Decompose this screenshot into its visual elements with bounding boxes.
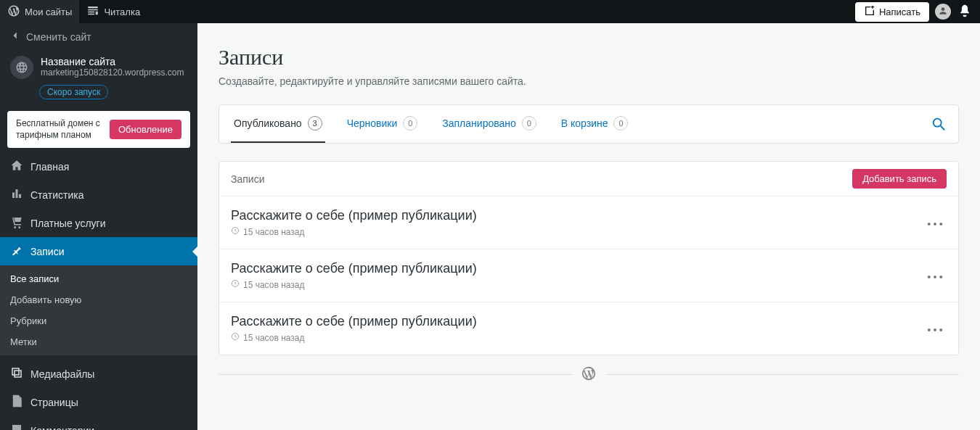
post-more-button[interactable] <box>923 264 947 287</box>
nav-home[interactable]: Главная <box>0 152 197 181</box>
tabs-bar: Опубликовано 3 Черновики 0 Запланировано… <box>219 104 959 144</box>
tab-published-label: Опубликовано <box>234 117 302 129</box>
post-title: Расскажите о себе (пример публикации) <box>231 261 923 276</box>
post-meta: 15 часов назад <box>231 226 923 237</box>
sub-categories[interactable]: Рубрики <box>0 310 197 331</box>
write-button-label: Написать <box>879 7 920 17</box>
site-url: marketing150828120.wordpress.com <box>41 67 187 78</box>
site-info-block[interactable]: Название сайта marketing150828120.wordpr… <box>0 50 197 82</box>
topbar-reader-label: Читалка <box>104 7 140 17</box>
sub-add-new[interactable]: Добавить новую <box>0 289 197 310</box>
stats-icon <box>10 187 23 202</box>
posts-submenu: Все записи Добавить новую Рубрики Метки <box>0 265 197 355</box>
post-time: 15 часов назад <box>243 280 304 290</box>
page-subtitle: Создавайте, редактируйте и управляйте за… <box>219 75 959 87</box>
post-time: 15 часов назад <box>243 227 304 237</box>
site-name: Название сайта <box>41 56 187 67</box>
nav-comments[interactable]: Комментарии <box>0 416 197 430</box>
media-icon <box>10 366 23 381</box>
nav-paid[interactable]: Платные услуги <box>0 209 197 237</box>
post-title: Расскажите о себе (пример публикации) <box>231 314 923 329</box>
tab-trashed-count: 0 <box>613 116 628 131</box>
cart-icon <box>10 215 23 231</box>
topbar-my-sites-label: Мои сайты <box>25 7 72 17</box>
page-title: Записи <box>219 45 959 70</box>
upgrade-button[interactable]: Обновление <box>110 120 181 139</box>
nav-pages[interactable]: Страницы <box>0 388 197 416</box>
posts-list-card: Записи Добавить запись Расскажите о себе… <box>219 161 959 355</box>
clock-icon <box>231 332 240 343</box>
upsell-card: Бесплатный домен с тарифным планом Обнов… <box>7 111 190 148</box>
tab-drafts-count: 0 <box>403 116 417 131</box>
upsell-text: Бесплатный домен с тарифным планом <box>16 118 102 141</box>
post-meta: 15 часов назад <box>231 332 923 343</box>
tab-published[interactable]: Опубликовано 3 <box>231 105 325 143</box>
search-icon <box>931 122 947 134</box>
post-meta: 15 часов назад <box>231 279 923 290</box>
search-button[interactable] <box>931 116 947 132</box>
nav-posts-label: Записи <box>30 246 64 257</box>
avatar[interactable] <box>935 4 951 20</box>
user-icon <box>938 6 948 18</box>
wordpress-icon <box>7 4 20 20</box>
clock-icon <box>231 279 240 290</box>
post-time: 15 часов назад <box>243 333 304 343</box>
home-icon <box>10 159 23 174</box>
pages-icon <box>10 394 23 410</box>
nav-media-label: Медиафайлы <box>30 368 94 380</box>
chevron-left-icon <box>10 30 20 43</box>
footer-wp-logo <box>572 365 605 384</box>
post-more-button[interactable] <box>923 317 947 340</box>
nav-paid-label: Платные услуги <box>30 218 106 229</box>
sub-all-posts[interactable]: Все записи <box>0 268 197 289</box>
sidebar: Сменить сайт Название сайта marketing150… <box>0 23 197 430</box>
nav-media[interactable]: Медиафайлы <box>0 360 197 388</box>
topbar-reader[interactable]: Читалка <box>79 0 147 23</box>
pin-icon <box>10 244 23 259</box>
tab-scheduled-label: Запланировано <box>442 117 516 129</box>
nav-stats[interactable]: Статистика <box>0 181 197 209</box>
tab-trashed[interactable]: В корзине 0 <box>558 105 632 143</box>
nav-posts[interactable]: Записи <box>0 237 197 265</box>
post-row[interactable]: Расскажите о себе (пример публикации) 15… <box>219 197 958 249</box>
tab-trashed-label: В корзине <box>561 117 608 129</box>
nav-pages-label: Страницы <box>30 397 78 408</box>
add-post-button[interactable]: Добавить запись <box>852 169 947 189</box>
topbar-my-sites[interactable]: Мои сайты <box>0 0 79 23</box>
post-more-button[interactable] <box>923 211 947 234</box>
switch-site-link[interactable]: Сменить сайт <box>0 23 197 50</box>
tab-drafts-label: Черновики <box>347 117 398 129</box>
reader-icon <box>86 4 99 20</box>
list-header-title: Записи <box>231 173 264 185</box>
post-row[interactable]: Расскажите о себе (пример публикации) 15… <box>219 302 958 355</box>
nav-home-label: Главная <box>30 161 69 173</box>
launch-soon-badge[interactable]: Скоро запуск <box>39 85 108 99</box>
site-icon <box>10 56 33 79</box>
tab-drafts[interactable]: Черновики 0 <box>344 105 421 143</box>
main-content: Записи Создавайте, редактируйте и управл… <box>197 23 980 430</box>
more-icon <box>927 269 943 282</box>
write-button[interactable]: Написать <box>855 2 929 22</box>
footer-divider <box>219 374 959 375</box>
tab-scheduled-count: 0 <box>522 116 536 131</box>
more-icon <box>927 216 943 229</box>
comments-icon <box>10 423 23 430</box>
write-icon <box>864 5 875 19</box>
tab-published-count: 3 <box>308 116 322 131</box>
tab-scheduled[interactable]: Запланировано 0 <box>439 105 539 143</box>
bell-icon <box>957 4 972 20</box>
switch-site-label: Сменить сайт <box>26 31 91 43</box>
notifications-button[interactable] <box>957 4 973 20</box>
post-row[interactable]: Расскажите о себе (пример публикации) 15… <box>219 249 958 302</box>
post-title: Расскажите о себе (пример публикации) <box>231 208 923 223</box>
nav-comments-label: Комментарии <box>30 425 94 430</box>
sub-tags[interactable]: Метки <box>0 331 197 352</box>
nav-stats-label: Статистика <box>30 189 84 201</box>
more-icon <box>927 322 943 335</box>
top-bar: Мои сайты Читалка Написать <box>0 0 980 23</box>
clock-icon <box>231 226 240 237</box>
